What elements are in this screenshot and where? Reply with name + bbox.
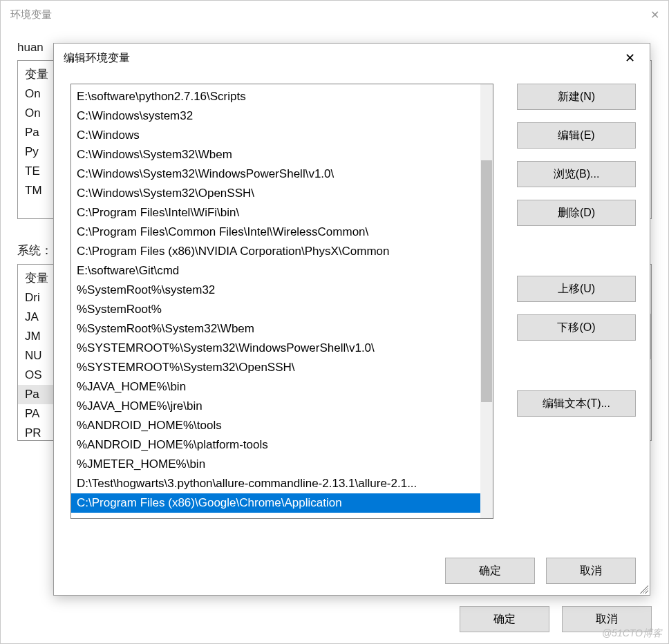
path-item[interactable]: %JAVA_HOME%\jre\bin xyxy=(71,397,480,416)
path-item[interactable]: %SystemRoot%\system32 xyxy=(71,281,480,300)
move-up-button[interactable]: 上移(U) xyxy=(517,276,636,302)
path-item[interactable]: %ANDROID_HOME%\tools xyxy=(71,416,480,435)
close-icon[interactable]: ✕ xyxy=(648,8,661,21)
close-icon[interactable]: ✕ xyxy=(614,47,646,69)
browse-button[interactable]: 浏览(B)... xyxy=(517,161,636,187)
path-item[interactable]: %ANDROID_HOME%\platform-tools xyxy=(71,435,480,455)
path-item[interactable]: %JMETER_HOME%\bin xyxy=(71,455,480,474)
move-down-button[interactable]: 下移(O) xyxy=(517,314,636,341)
path-item[interactable]: %SystemRoot%\System32\Wbem xyxy=(71,319,480,339)
edit-text-button[interactable]: 编辑文本(T)... xyxy=(517,390,636,417)
edit-button[interactable]: 编辑(E) xyxy=(517,122,636,149)
scrollbar-thumb[interactable] xyxy=(481,160,492,402)
ok-button[interactable]: 确定 xyxy=(460,606,549,632)
path-item[interactable]: C:\Program Files\Common Files\Intel\Wire… xyxy=(71,222,480,242)
env-vars-title: 环境变量 xyxy=(10,8,52,21)
edit-env-var-title: 编辑环境变量 xyxy=(64,51,130,66)
path-item[interactable]: %SYSTEMROOT%\System32\WindowsPowerShell\… xyxy=(71,339,480,358)
path-item[interactable]: E:\software\python2.7.16\Scripts xyxy=(71,87,480,106)
path-item[interactable]: D:\Test\hogwarts\3.python\allure-command… xyxy=(71,474,480,493)
env-vars-titlebar: 环境变量 ✕ xyxy=(1,1,668,28)
edit-env-var-dialog: 编辑环境变量 ✕ E:\software\python2.7.16\Script… xyxy=(53,43,650,596)
path-item[interactable]: %SYSTEMROOT%\System32\OpenSSH\ xyxy=(71,358,480,377)
path-item[interactable]: %SystemRoot% xyxy=(71,300,480,319)
path-item[interactable]: E:\software\Git\cmd xyxy=(71,261,480,281)
path-item[interactable]: C:\Program Files\Intel\WiFi\bin\ xyxy=(71,203,480,222)
path-item[interactable]: C:\Program Files (x86)\Google\Chrome\App… xyxy=(71,493,480,513)
path-item[interactable]: C:\Windows\system32 xyxy=(71,106,480,126)
ok-button[interactable]: 确定 xyxy=(445,558,535,584)
path-item[interactable]: C:\Windows\System32\OpenSSH\ xyxy=(71,184,480,203)
path-item[interactable]: C:\Windows\System32\Wbem xyxy=(71,145,480,164)
path-item[interactable]: C:\Windows xyxy=(71,126,480,145)
delete-button[interactable]: 删除(D) xyxy=(517,200,636,226)
path-values-list[interactable]: E:\software\python2.7.16\ScriptsC:\Windo… xyxy=(70,84,493,519)
cancel-button[interactable]: 取消 xyxy=(546,558,636,584)
path-item[interactable]: C:\Program Files (x86)\NVIDIA Corporatio… xyxy=(71,242,480,261)
resize-grip-icon[interactable] xyxy=(637,583,648,594)
path-item[interactable]: %JAVA_HOME%\bin xyxy=(71,377,480,397)
edit-env-var-titlebar: 编辑环境变量 ✕ xyxy=(54,44,650,73)
path-item[interactable]: C:\Windows\System32\WindowsPowerShell\v1… xyxy=(71,164,480,184)
watermark: @51CTO博客 xyxy=(602,627,662,640)
scrollbar[interactable] xyxy=(480,84,493,518)
new-button[interactable]: 新建(N) xyxy=(517,84,636,110)
